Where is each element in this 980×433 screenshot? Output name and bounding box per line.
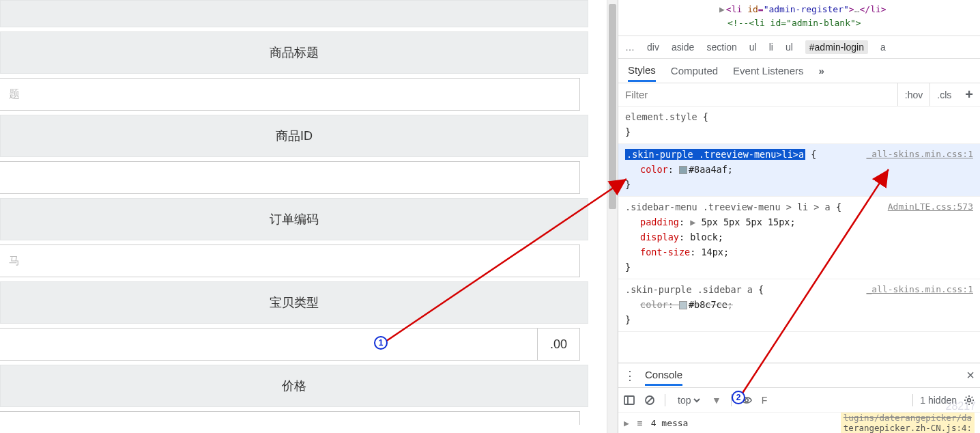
elements-dom-tree[interactable]: ▶<li id="admin-register">…</li> <!--<li … <box>618 0 980 36</box>
close-icon[interactable]: × <box>966 367 975 383</box>
svg-line-3 <box>647 397 652 403</box>
crumb-aside[interactable]: aside <box>672 42 694 53</box>
cls-toggle[interactable]: .cls <box>929 83 958 106</box>
dom-ellipsis[interactable]: … <box>854 4 860 14</box>
input-row-title[interactable] <box>0 78 580 111</box>
message-count: 4 messa <box>651 418 689 428</box>
label-order-code: 订单编码 <box>0 198 588 240</box>
console-filter-input[interactable] <box>762 395 777 406</box>
css-val-display[interactable]: block <box>690 232 718 242</box>
rule-sidebar-menu[interactable]: AdminLTE.css:573 .sidebar-menu .treeview… <box>618 197 980 279</box>
tab-styles[interactable]: Styles <box>628 60 656 82</box>
message-group-icon[interactable]: ≡ <box>637 418 643 428</box>
tab-event-listeners[interactable]: Event Listeners <box>733 61 803 81</box>
styles-subtabs: Styles Computed Event Listeners » <box>618 59 980 83</box>
tab-more[interactable]: » <box>818 61 825 81</box>
styles-filter-input[interactable] <box>618 83 897 106</box>
message-source-link[interactable]: lugins/daterangepicker/da terangepicker.… <box>841 413 975 433</box>
expand-triangle-icon[interactable]: ▶ <box>719 4 725 14</box>
rule-skin-purple-sidebar-a[interactable]: _all-skins.min.css:1 .skin-purple .sideb… <box>618 279 980 332</box>
css-prop-color[interactable]: color <box>640 164 668 175</box>
price-input[interactable] <box>1 412 579 425</box>
label-goods-title: 商品标题 <box>0 31 588 74</box>
css-prop-display[interactable]: display <box>640 232 679 242</box>
goods-id-input[interactable] <box>1 162 579 193</box>
color-swatch-icon[interactable] <box>679 301 687 309</box>
console-drawer: ⋮ Console × top ▼ 1 hidden <box>618 363 980 433</box>
crumb-ellipsis[interactable]: … <box>625 42 635 53</box>
hov-toggle[interactable]: :hov <box>897 83 929 106</box>
css-val-fontsize[interactable]: 14px <box>701 247 723 257</box>
label-goods-id: 商品ID <box>0 115 588 157</box>
selector-skin-purple-sidebar[interactable]: .skin-purple .sidebar a <box>625 284 753 295</box>
source-link[interactable]: AdminLTE.css:573 <box>888 199 973 214</box>
form-panel: 商品标题 商品ID 订单编码 宝贝类型 .00 价格 <box>0 0 618 433</box>
new-style-rule-button[interactable]: + <box>958 87 980 102</box>
color-swatch-icon[interactable] <box>679 166 687 174</box>
source-link[interactable]: _all-skins.min.css:1 <box>866 282 973 297</box>
devtools-panel: ▶<li id="admin-register">…</li> <!--<li … <box>618 0 980 433</box>
styles-filter-row: :hov .cls + <box>618 83 980 107</box>
sidebar-toggle-icon[interactable] <box>624 395 635 406</box>
label-price: 价格 <box>0 365 588 407</box>
label-empty-top <box>0 0 588 27</box>
input-row-order-code[interactable] <box>0 245 580 277</box>
left-scrollbar[interactable] <box>607 0 618 433</box>
crumb-ul2[interactable]: ul <box>786 42 793 53</box>
dom-comment: <!--<li id="admin-blank"> <box>727 18 861 28</box>
drawer-menu-icon[interactable]: ⋮ <box>624 368 637 383</box>
console-toolbar: top ▼ 1 hidden <box>618 388 980 413</box>
svg-point-4 <box>745 398 748 401</box>
css-prop-color-overridden[interactable]: color <box>640 299 668 310</box>
crumb-section[interactable]: section <box>706 42 736 53</box>
selector-sidebar-menu[interactable]: .sidebar-menu .treeview-menu > li > a <box>625 201 831 212</box>
msg-link-line2: terangepicker.zh-CN.js:4: <box>844 423 972 433</box>
css-prop-padding[interactable]: padding <box>640 216 679 227</box>
item-type-suffix: .00 <box>537 329 579 360</box>
context-selector[interactable]: top <box>675 394 702 406</box>
crumb-a[interactable]: a <box>880 42 886 53</box>
scrollbar-thumb[interactable] <box>609 4 616 209</box>
svg-rect-0 <box>624 396 634 404</box>
tab-computed[interactable]: Computed <box>671 61 718 81</box>
dom-attr-val: admin-register <box>768 4 844 14</box>
console-header: ⋮ Console × <box>618 363 980 388</box>
input-row-price[interactable] <box>0 411 580 425</box>
item-type-input[interactable] <box>1 329 537 360</box>
selector-element-style: element.style <box>625 111 697 122</box>
watermark: 28217 <box>946 400 977 413</box>
toolbar-divider <box>665 394 665 406</box>
dom-tag-li[interactable]: li <box>732 4 743 14</box>
annotation-badge-2: 2 <box>732 391 745 404</box>
css-val-color[interactable]: #8aa4af <box>689 164 727 175</box>
styles-rules-body[interactable]: element.style { } _all-skins.min.css:1 .… <box>618 107 980 363</box>
console-messages[interactable]: ▶ ≡ 4 messa lugins/daterangepicker/da te… <box>618 413 980 433</box>
rule-skin-purple-treeview[interactable]: _all-skins.min.css:1 .skin-purple .treev… <box>618 144 980 197</box>
crumb-li[interactable]: li <box>769 42 773 53</box>
form-block: 商品标题 商品ID 订单编码 宝贝类型 .00 价格 <box>0 0 588 425</box>
breadcrumb[interactable]: … div aside section ul li ul #admin-logi… <box>618 36 980 59</box>
annotation-badge-1: 1 <box>374 336 388 350</box>
expand-shorthand-icon[interactable]: ▶ <box>690 216 695 227</box>
crumb-ul[interactable]: ul <box>749 42 757 53</box>
css-val-color-overridden[interactable]: #b8c7ce <box>689 299 727 310</box>
css-val-padding[interactable]: 5px 5px 5px 15px <box>701 216 790 227</box>
expand-icon[interactable]: ▶ <box>624 418 629 428</box>
source-link[interactable]: _all-skins.min.css:1 <box>866 147 973 162</box>
msg-link-line1: lugins/daterangepicker/da <box>844 413 972 423</box>
order-code-input[interactable] <box>1 245 579 277</box>
tab-console[interactable]: Console <box>645 365 682 386</box>
input-row-item-type[interactable]: .00 <box>0 328 580 361</box>
dom-attr-id: id <box>747 4 758 14</box>
crumb-div[interactable]: div <box>647 42 659 53</box>
label-item-type: 宝贝类型 <box>0 281 588 324</box>
clear-console-icon[interactable] <box>644 395 655 406</box>
selector-highlighted[interactable]: .skin-purple .treeview-menu>li>a <box>625 149 805 160</box>
goods-title-input[interactable] <box>1 79 579 110</box>
crumb-selected[interactable]: #admin-login <box>805 40 868 54</box>
css-prop-fontsize[interactable]: font-size <box>640 247 690 257</box>
rule-element-style[interactable]: element.style { } <box>618 107 980 144</box>
input-row-goods-id[interactable] <box>0 161 580 194</box>
toolbar-divider <box>912 394 913 406</box>
